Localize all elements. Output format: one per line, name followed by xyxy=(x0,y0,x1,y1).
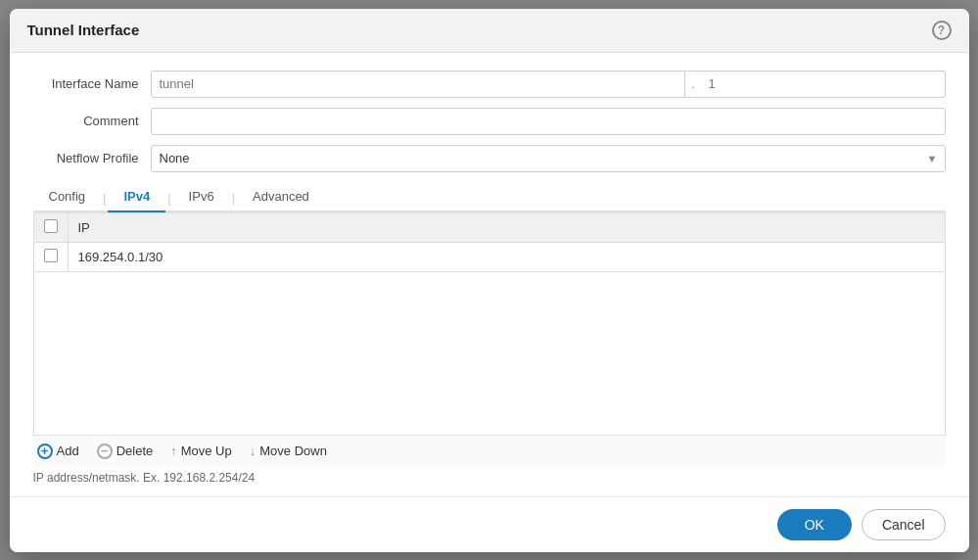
header-checkbox[interactable] xyxy=(44,219,58,233)
interface-name-group: . xyxy=(151,70,946,98)
netflow-label: Netflow Profile xyxy=(33,151,151,165)
netflow-row: Netflow Profile None ▼ xyxy=(33,145,946,172)
interface-name-number-input[interactable] xyxy=(701,70,946,98)
table-row: 169.254.0.1/30 xyxy=(33,242,945,271)
help-icon[interactable]: ? xyxy=(932,21,952,40)
move-up-button[interactable]: ↑ Move Up xyxy=(170,443,232,458)
tab-config[interactable]: Config xyxy=(33,182,102,212)
tab-advanced[interactable]: Advanced xyxy=(237,182,325,212)
table-header-ip: IP xyxy=(68,212,945,242)
table-header-checkbox-cell xyxy=(33,212,68,242)
ip-table-area: IP 169.254.0.1/30 + Add xyxy=(33,212,946,487)
tabs-bar: Config | IPv4 | IPv6 | Advanced xyxy=(33,182,946,212)
row-checkbox-cell xyxy=(33,242,68,271)
interface-name-label: Interface Name xyxy=(33,76,151,91)
move-down-button[interactable]: ↓ Move Down xyxy=(250,443,327,458)
dialog-header: Tunnel Interface ? xyxy=(10,9,969,53)
move-down-label: Move Down xyxy=(259,443,327,458)
arrow-up-icon: ↑ xyxy=(170,443,177,458)
add-label: Add xyxy=(57,443,79,458)
tab-ipv4[interactable]: IPv4 xyxy=(108,182,165,212)
add-button[interactable]: + Add xyxy=(37,443,79,459)
ok-button[interactable]: OK xyxy=(777,509,852,540)
interface-name-separator: . xyxy=(685,70,701,98)
comment-input[interactable] xyxy=(151,108,946,135)
interface-name-input[interactable] xyxy=(151,70,685,98)
table-toolbar: + Add − Delete ↑ Move Up ↓ Move Down xyxy=(33,435,946,467)
comment-label: Comment xyxy=(33,114,151,128)
row-ip-value: 169.254.0.1/30 xyxy=(68,242,945,271)
netflow-select-wrapper: None ▼ xyxy=(151,145,946,172)
dialog-footer: OK Cancel xyxy=(10,496,969,552)
delete-label: Delete xyxy=(116,443,154,458)
hint-text: IP address/netmask. Ex. 192.168.2.254/24 xyxy=(33,467,946,487)
add-icon: + xyxy=(37,443,53,459)
dialog-title: Tunnel Interface xyxy=(27,22,140,38)
move-up-label: Move Up xyxy=(181,443,232,458)
delete-icon: − xyxy=(97,443,113,459)
dialog-body: Interface Name . Comment Netflow Profile… xyxy=(10,53,969,496)
comment-row: Comment xyxy=(33,108,946,135)
netflow-select[interactable]: None xyxy=(151,145,946,172)
row-checkbox[interactable] xyxy=(44,249,58,262)
ip-table: IP 169.254.0.1/30 xyxy=(33,212,946,272)
tab-ipv6[interactable]: IPv6 xyxy=(173,182,230,212)
interface-name-row: Interface Name . xyxy=(33,70,946,98)
tunnel-interface-dialog: Tunnel Interface ? Interface Name . Comm… xyxy=(10,9,969,552)
arrow-down-icon: ↓ xyxy=(250,443,256,458)
table-header-row: IP xyxy=(33,212,945,242)
table-spacer xyxy=(33,272,946,435)
delete-button[interactable]: − Delete xyxy=(97,443,154,459)
cancel-button[interactable]: Cancel xyxy=(862,509,946,540)
